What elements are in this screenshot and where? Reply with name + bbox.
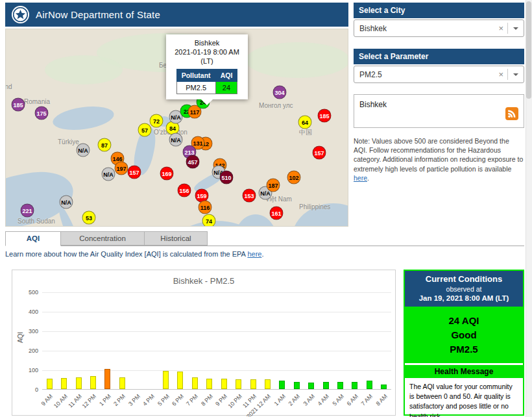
observed-at-label: observed at [407,285,520,293]
beyond-aqi-note: Note: Values above 500 are considered Be… [354,136,524,183]
scrollbar-thumb[interactable] [526,1,531,99]
map-marker-aqi[interactable]: 185 [318,109,332,123]
city-dropdown-value: Bishkek [359,24,387,33]
map-marker-aqi[interactable]: 175 [35,107,49,120]
chart-bar [61,378,67,389]
learn-more-text: Learn more about how the Air Quality Ind… [5,250,263,258]
rss-feed-box: Bishkek [354,94,524,128]
chart-bar [192,377,198,389]
current-conditions-panel: Current Conditions observed at Jan 19, 2… [404,270,524,416]
chart-bar [323,382,329,389]
map-place-label: Philippines [299,203,330,210]
tooltip-table: Pollutant AQI PM2.5 24 [176,69,238,94]
chart-bar [104,369,110,389]
app-header: AirNow Department of State [5,3,348,27]
map-marker-aqi[interactable]: 221 [21,204,34,218]
parameter-dropdown[interactable]: PM2.5 × [354,66,524,83]
map-marker-aqi[interactable]: 157 [128,166,141,179]
chart-plot-area: AQI 01002003004005009 AM10 AM11 AM12 PM1… [42,292,391,390]
map-terrain-shape [246,42,348,78]
tooltip-col-pollutant: Pollutant [176,70,215,82]
map-marker-aqi[interactable]: 187 [267,179,280,192]
city-dropdown[interactable]: Bishkek × [354,19,524,37]
map-marker-aqi[interactable]: 102 [287,171,301,184]
chart-bar [177,372,183,389]
chevron-down-icon[interactable] [513,73,518,79]
map-marker-aqi[interactable]: 197 [115,162,128,175]
chart-bar [367,381,372,389]
observed-datetime: Jan 19, 2021 8:00 AM (LT) [407,294,520,302]
map-marker-aqi[interactable]: 57 [138,123,152,137]
map-marker-aqi[interactable]: 510 [220,171,234,184]
map-marker-aqi[interactable]: N/A [77,144,90,157]
map-marker-aqi[interactable]: 74 [202,214,216,227]
chart-gridline [42,312,391,312]
view-tabs: AQI Concentration Historical [5,231,208,246]
map-marker-aqi[interactable]: 153 [243,189,256,203]
aqi-pollutant: PM2.5 [407,342,520,357]
map-place-label: 中国 [299,128,312,137]
map-marker-aqi[interactable]: N/A [102,168,115,181]
chart-title: Bishkek - PM2.5 [12,276,395,286]
epa-here-link[interactable]: here [247,250,261,258]
chart-bar [206,379,212,389]
chevron-down-icon[interactable] [513,27,518,32]
map-marker-aqi[interactable]: 87 [98,138,112,152]
map-marker-aqi[interactable]: 72 [150,114,163,128]
note-body: Note: Values above 500 are considered Be… [354,137,523,173]
tab-aqi[interactable]: AQI [5,231,61,246]
chart-bar [47,379,53,389]
aqi-value: 24 AQI [407,314,520,328]
chart-bar [279,381,285,389]
chart-y-tick: 300 [20,328,38,335]
page-title: AirNow Department of State [36,9,160,20]
aqi-chart-panel: Bishkek - PM2.5 AQI 01002003004005009 AM… [12,270,396,416]
map-place-label: Türkiye [58,138,79,145]
chart-bar [250,379,256,389]
map-tooltip: Bishkek 2021-01-19 8:00 AM (LT) Pollutan… [166,34,248,99]
map-marker-aqi[interactable]: 304 [273,86,287,99]
map-marker-aqi[interactable]: 116 [199,201,212,214]
current-conditions-header: Current Conditions observed at Jan 19, 2… [405,271,523,307]
learn-more-body: Learn more about how the Air Quality Ind… [5,250,247,258]
map-marker-aqi[interactable]: N/A [60,196,73,209]
chart-bar [337,382,343,389]
select-parameter-header: Select a Parameter [354,49,524,64]
tab-historical[interactable]: Historical [144,231,208,246]
chart-gridline [42,292,391,293]
note-here-link[interactable]: here [354,174,367,182]
tooltip-aqi-value: 24 [215,82,237,94]
map-place-label: South Sudan [18,218,55,225]
chart-gridline [42,331,391,332]
chart-y-tick: 500 [20,289,38,296]
chart-gridline [42,370,391,371]
chart-y-tick: 400 [20,309,38,315]
rss-icon[interactable] [505,107,518,122]
map-marker-aqi[interactable]: 457 [186,155,200,169]
parameter-dropdown-value: PM2.5 [359,70,382,79]
map-marker-aqi[interactable]: 169 [160,167,174,181]
map-marker-aqi[interactable]: 185 [12,98,25,112]
chart-bar [90,376,96,389]
map-marker-aqi[interactable]: 156 [178,184,191,197]
map-marker-aqi[interactable]: 157 [313,146,326,160]
tooltip-lt: (LT) [169,57,245,66]
map-marker-aqi[interactable]: 161 [270,207,284,220]
map-marker-aqi[interactable]: N/A [169,133,183,147]
note-suffix: . [367,174,369,182]
chart-y-tick: 0 [20,386,38,393]
chart-bar [352,382,357,389]
current-conditions-title: Current Conditions [407,274,520,284]
page-scrollbar[interactable] [526,0,532,417]
dropdown-divider [507,23,508,34]
sidebar: Select a City Bishkek × Select a Paramet… [354,3,524,183]
aqi-map[interactable]: DeutschlandБеларусьRomaniaTürkiyeO'zbeki… [5,29,348,227]
parameter-clear-icon[interactable]: × [498,70,503,79]
map-marker-aqi[interactable]: 53 [82,211,96,225]
map-place-label: Deutschland [5,83,12,90]
chart-y-tick: 200 [20,348,38,354]
map-marker-aqi[interactable]: 64 [298,116,312,129]
city-clear-icon[interactable]: × [498,23,503,33]
chart-bar [221,379,227,389]
tab-concentration[interactable]: Concentration [60,231,145,246]
